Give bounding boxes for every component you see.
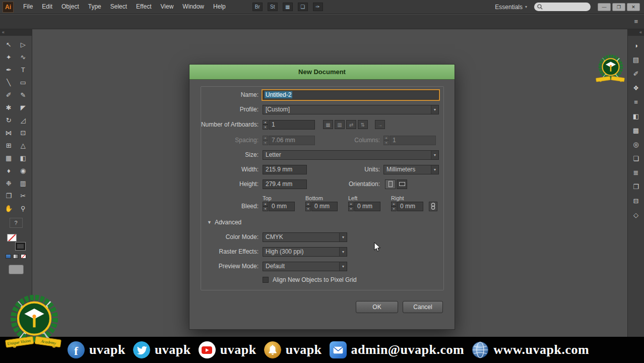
bleed-bottom-input[interactable]: 0 mm: [311, 202, 338, 211]
layers-panel-icon[interactable]: ≣: [630, 167, 641, 177]
brushes-panel-icon[interactable]: ✐: [630, 69, 641, 79]
slice-tool[interactable]: ✂: [16, 190, 30, 202]
preview-mode-select[interactable]: Default ▼: [263, 262, 347, 271]
panel-toggle-icon[interactable]: ≡: [634, 18, 638, 25]
bleed-left-stepper[interactable]: ▲▼: [348, 202, 354, 211]
artboard-arrange-by-column-button[interactable]: ⇅: [358, 120, 368, 129]
orientation-landscape-button[interactable]: [397, 179, 407, 189]
bleed-bottom-stepper[interactable]: ▲▼: [305, 202, 311, 211]
stock-icon[interactable]: St: [268, 3, 278, 11]
help-tool[interactable]: ?: [10, 218, 23, 228]
expand-panels-icon[interactable]: «: [628, 29, 644, 36]
artboard-layout-order-button[interactable]: →: [375, 120, 385, 129]
gradient-swatch[interactable]: [13, 254, 19, 259]
transparency-panel-icon[interactable]: ▩: [630, 125, 641, 135]
restore-button[interactable]: ❐: [612, 3, 625, 11]
bleed-top-input[interactable]: 0 mm: [269, 202, 295, 211]
artboards-stepper[interactable]: ▲▼: [263, 120, 268, 130]
artboard-grid-by-column-button[interactable]: ▥: [335, 120, 345, 129]
bleed-link-toggle[interactable]: [429, 202, 437, 211]
color-mode-swatch[interactable]: [6, 254, 11, 259]
stroke-panel-icon[interactable]: ≡: [630, 97, 641, 107]
arrange-documents-icon[interactable]: ▦: [283, 3, 293, 11]
advanced-toggle[interactable]: ▼ Advanced: [189, 217, 455, 227]
eraser-tool[interactable]: ◤: [16, 101, 30, 113]
width-input[interactable]: 215.9 mm: [263, 165, 307, 174]
menu-object[interactable]: Object: [57, 0, 84, 14]
swatches-panel-icon[interactable]: ▤: [630, 54, 641, 65]
symbol-sprayer-tool[interactable]: ❉: [2, 177, 16, 189]
units-select[interactable]: Millimeters ▼: [383, 165, 439, 174]
bleed-right-stepper[interactable]: ▲▼: [391, 202, 397, 211]
lasso-tool[interactable]: ∿: [16, 51, 30, 63]
none-swatch[interactable]: [21, 254, 26, 259]
rectangle-tool[interactable]: ▭: [16, 76, 30, 88]
line-segment-tool[interactable]: ╲: [2, 76, 16, 88]
color-panel-icon[interactable]: ◑: [630, 40, 641, 50]
ok-button[interactable]: OK: [356, 301, 398, 313]
document-layout-icon[interactable]: ❏: [298, 3, 308, 11]
appearance-panel-icon[interactable]: ◎: [630, 139, 641, 149]
zoom-tool[interactable]: ⚲: [16, 202, 30, 214]
fill-swatch[interactable]: [7, 234, 17, 241]
pencil-tool[interactable]: ✎: [16, 89, 30, 101]
type-tool[interactable]: T: [16, 64, 30, 76]
column-graph-tool[interactable]: ▥: [16, 177, 30, 189]
selection-tool[interactable]: ↖: [2, 38, 16, 50]
eyedropper-tool[interactable]: ♦: [2, 164, 16, 176]
artboards-panel-icon[interactable]: ❐: [630, 182, 641, 192]
gradient-tool[interactable]: ◧: [16, 152, 30, 164]
hand-tool[interactable]: ✋: [2, 202, 16, 214]
close-button[interactable]: ✕: [627, 3, 640, 11]
height-input[interactable]: 279.4 mm: [263, 179, 307, 189]
info-panel-icon[interactable]: ◇: [630, 210, 641, 220]
artboards-input[interactable]: 1: [269, 120, 315, 130]
menu-view[interactable]: View: [156, 0, 178, 14]
color-mode-select[interactable]: CMYK ▼: [263, 232, 347, 242]
symbols-panel-icon[interactable]: ❖: [630, 83, 641, 93]
stroke-swatch[interactable]: [16, 243, 25, 250]
size-select[interactable]: Letter ▼: [263, 150, 439, 160]
menu-select[interactable]: Select: [106, 0, 132, 14]
artboard-grid-by-row-button[interactable]: ▦: [323, 120, 333, 129]
perspective-grid-tool[interactable]: △: [16, 139, 30, 151]
artboard-tool[interactable]: ❐: [2, 190, 16, 202]
minimize-button[interactable]: —: [598, 3, 611, 11]
blend-tool[interactable]: ◉: [16, 164, 30, 176]
workspace-switcher[interactable]: Essentials ▾: [495, 4, 527, 11]
shape-builder-tool[interactable]: ⊞: [2, 139, 16, 151]
bleed-left-input[interactable]: 0 mm: [354, 202, 380, 211]
free-transform-tool[interactable]: ⊡: [16, 127, 30, 139]
raster-effects-select[interactable]: High (300 ppi) ▼: [263, 247, 347, 257]
align-panel-icon[interactable]: ⊟: [630, 196, 641, 206]
paintbrush-tool[interactable]: ✐: [2, 89, 16, 101]
menu-edit[interactable]: Edit: [37, 0, 57, 14]
scale-tool[interactable]: ◿: [16, 114, 30, 126]
profile-select[interactable]: [Custom] ▼: [263, 105, 439, 114]
artboard-arrange-by-row-button[interactable]: ⇄: [346, 120, 356, 129]
width-tool[interactable]: ⋈: [2, 127, 16, 139]
menu-file[interactable]: File: [19, 0, 37, 14]
pen-tool[interactable]: ✒: [2, 64, 16, 76]
orientation-portrait-button[interactable]: [385, 179, 396, 189]
bleed-right-input[interactable]: 0 mm: [397, 202, 423, 211]
menu-type[interactable]: Type: [84, 0, 106, 14]
bridge-icon[interactable]: Br: [252, 3, 263, 11]
menu-effect[interactable]: Effect: [132, 0, 156, 14]
magic-wand-tool[interactable]: ✦: [2, 51, 16, 63]
collapse-tools-icon[interactable]: «: [0, 29, 32, 36]
pixel-grid-checkbox[interactable]: [263, 277, 269, 283]
name-input[interactable]: Untitled-2: [263, 90, 439, 100]
screen-mode-button[interactable]: [9, 265, 24, 274]
gradient-panel-icon[interactable]: ◧: [630, 111, 641, 121]
share-icon[interactable]: ✑: [313, 3, 323, 11]
mesh-tool[interactable]: ▦: [2, 152, 16, 164]
blob-brush-tool[interactable]: ✱: [2, 101, 16, 113]
menu-window[interactable]: Window: [178, 0, 209, 14]
cancel-button[interactable]: Cancel: [403, 301, 443, 313]
graphic-styles-panel-icon[interactable]: ❏: [630, 153, 641, 163]
rotate-tool[interactable]: ↻: [2, 114, 16, 126]
search-input[interactable]: [534, 3, 591, 11]
bleed-top-stepper[interactable]: ▲▼: [263, 202, 268, 211]
direct-selection-tool[interactable]: ▷: [16, 38, 30, 50]
